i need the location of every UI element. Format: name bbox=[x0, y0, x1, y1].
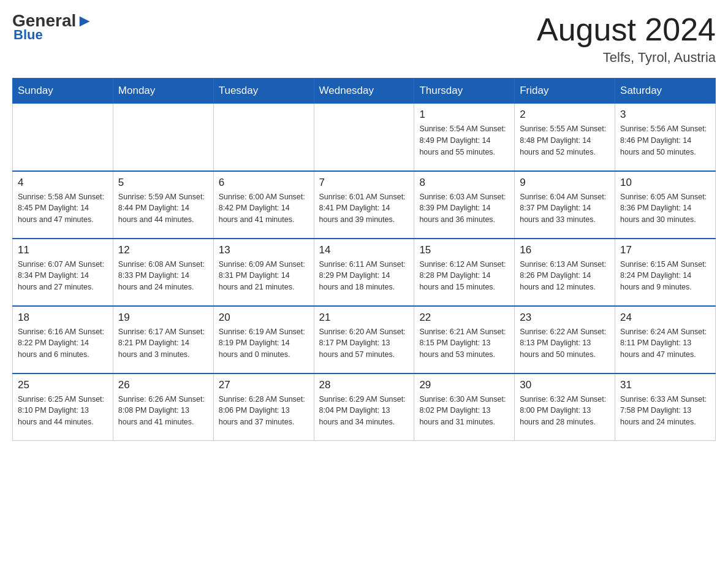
table-row: 8Sunrise: 6:03 AM Sunset: 8:39 PM Daylig… bbox=[414, 171, 515, 239]
day-number: 14 bbox=[319, 244, 409, 256]
table-row: 7Sunrise: 6:01 AM Sunset: 8:41 PM Daylig… bbox=[314, 171, 414, 239]
day-info: Sunrise: 6:20 AM Sunset: 8:17 PM Dayligh… bbox=[319, 326, 409, 361]
day-info: Sunrise: 6:17 AM Sunset: 8:21 PM Dayligh… bbox=[118, 326, 208, 361]
calendar-header-row: Sunday Monday Tuesday Wednesday Thursday… bbox=[13, 79, 716, 104]
calendar-week-row: 1Sunrise: 5:54 AM Sunset: 8:49 PM Daylig… bbox=[13, 104, 716, 171]
table-row: 5Sunrise: 5:59 AM Sunset: 8:44 PM Daylig… bbox=[113, 171, 213, 239]
page-header: General► Blue August 2024 Telfs, Tyrol, … bbox=[12, 12, 716, 66]
day-number: 16 bbox=[520, 244, 610, 256]
day-number: 3 bbox=[620, 109, 710, 121]
day-number: 1 bbox=[419, 109, 509, 121]
day-info: Sunrise: 6:26 AM Sunset: 8:08 PM Dayligh… bbox=[118, 394, 208, 428]
day-info: Sunrise: 6:03 AM Sunset: 8:39 PM Dayligh… bbox=[419, 191, 509, 226]
day-info: Sunrise: 6:33 AM Sunset: 7:58 PM Dayligh… bbox=[620, 394, 710, 428]
table-row: 14Sunrise: 6:11 AM Sunset: 8:29 PM Dayli… bbox=[314, 239, 414, 306]
table-row bbox=[314, 104, 414, 171]
day-info: Sunrise: 6:16 AM Sunset: 8:22 PM Dayligh… bbox=[18, 326, 108, 361]
day-number: 10 bbox=[620, 177, 710, 189]
table-row: 17Sunrise: 6:15 AM Sunset: 8:24 PM Dayli… bbox=[615, 239, 716, 306]
table-row: 1Sunrise: 5:54 AM Sunset: 8:49 PM Daylig… bbox=[414, 104, 515, 171]
day-info: Sunrise: 6:13 AM Sunset: 8:26 PM Dayligh… bbox=[520, 259, 610, 293]
table-row: 29Sunrise: 6:30 AM Sunset: 8:02 PM Dayli… bbox=[414, 373, 515, 441]
table-row: 24Sunrise: 6:24 AM Sunset: 8:11 PM Dayli… bbox=[615, 306, 716, 373]
calendar-week-row: 25Sunrise: 6:25 AM Sunset: 8:10 PM Dayli… bbox=[13, 373, 716, 441]
day-info: Sunrise: 6:12 AM Sunset: 8:28 PM Dayligh… bbox=[419, 259, 509, 293]
table-row: 25Sunrise: 6:25 AM Sunset: 8:10 PM Dayli… bbox=[13, 373, 113, 441]
table-row: 16Sunrise: 6:13 AM Sunset: 8:26 PM Dayli… bbox=[515, 239, 615, 306]
day-number: 13 bbox=[219, 244, 309, 256]
calendar-table: Sunday Monday Tuesday Wednesday Thursday… bbox=[12, 78, 716, 441]
day-info: Sunrise: 6:09 AM Sunset: 8:31 PM Dayligh… bbox=[219, 259, 309, 293]
day-info: Sunrise: 6:04 AM Sunset: 8:37 PM Dayligh… bbox=[520, 191, 610, 226]
day-number: 24 bbox=[620, 312, 710, 324]
day-info: Sunrise: 5:55 AM Sunset: 8:48 PM Dayligh… bbox=[520, 123, 610, 158]
day-info: Sunrise: 5:56 AM Sunset: 8:46 PM Dayligh… bbox=[620, 123, 710, 158]
table-row: 11Sunrise: 6:07 AM Sunset: 8:34 PM Dayli… bbox=[13, 239, 113, 306]
table-row bbox=[113, 104, 213, 171]
calendar-week-row: 11Sunrise: 6:07 AM Sunset: 8:34 PM Dayli… bbox=[13, 239, 716, 306]
col-tuesday: Tuesday bbox=[213, 79, 314, 104]
day-number: 4 bbox=[18, 177, 108, 189]
table-row: 10Sunrise: 6:05 AM Sunset: 8:36 PM Dayli… bbox=[615, 171, 716, 239]
day-info: Sunrise: 6:11 AM Sunset: 8:29 PM Dayligh… bbox=[319, 259, 409, 293]
day-info: Sunrise: 6:30 AM Sunset: 8:02 PM Dayligh… bbox=[419, 394, 509, 428]
day-number: 23 bbox=[520, 312, 610, 324]
col-friday: Friday bbox=[515, 79, 615, 104]
day-number: 27 bbox=[219, 379, 309, 391]
col-saturday: Saturday bbox=[615, 79, 716, 104]
day-number: 20 bbox=[219, 312, 309, 324]
day-number: 21 bbox=[319, 312, 409, 324]
day-number: 17 bbox=[620, 244, 710, 256]
day-info: Sunrise: 5:59 AM Sunset: 8:44 PM Dayligh… bbox=[118, 191, 208, 226]
day-number: 31 bbox=[620, 379, 710, 391]
table-row: 9Sunrise: 6:04 AM Sunset: 8:37 PM Daylig… bbox=[515, 171, 615, 239]
table-row: 31Sunrise: 6:33 AM Sunset: 7:58 PM Dayli… bbox=[615, 373, 716, 441]
logo: General► Blue bbox=[12, 12, 93, 43]
table-row bbox=[13, 104, 113, 171]
logo-blue-text: Blue bbox=[13, 27, 43, 43]
calendar-week-row: 18Sunrise: 6:16 AM Sunset: 8:22 PM Dayli… bbox=[13, 306, 716, 373]
day-info: Sunrise: 6:32 AM Sunset: 8:00 PM Dayligh… bbox=[520, 394, 610, 428]
calendar-week-row: 4Sunrise: 5:58 AM Sunset: 8:45 PM Daylig… bbox=[13, 171, 716, 239]
table-row: 19Sunrise: 6:17 AM Sunset: 8:21 PM Dayli… bbox=[113, 306, 213, 373]
table-row: 27Sunrise: 6:28 AM Sunset: 8:06 PM Dayli… bbox=[213, 373, 314, 441]
day-info: Sunrise: 5:58 AM Sunset: 8:45 PM Dayligh… bbox=[18, 191, 108, 226]
day-number: 26 bbox=[118, 379, 208, 391]
day-number: 12 bbox=[118, 244, 208, 256]
table-row: 13Sunrise: 6:09 AM Sunset: 8:31 PM Dayli… bbox=[213, 239, 314, 306]
table-row: 28Sunrise: 6:29 AM Sunset: 8:04 PM Dayli… bbox=[314, 373, 414, 441]
day-number: 7 bbox=[319, 177, 409, 189]
day-number: 29 bbox=[419, 379, 509, 391]
table-row: 23Sunrise: 6:22 AM Sunset: 8:13 PM Dayli… bbox=[515, 306, 615, 373]
day-number: 11 bbox=[18, 244, 108, 256]
day-info: Sunrise: 6:29 AM Sunset: 8:04 PM Dayligh… bbox=[319, 394, 409, 428]
col-monday: Monday bbox=[113, 79, 213, 104]
day-number: 18 bbox=[18, 312, 108, 324]
col-wednesday: Wednesday bbox=[314, 79, 414, 104]
day-number: 25 bbox=[18, 379, 108, 391]
table-row bbox=[213, 104, 314, 171]
month-title: August 2024 bbox=[537, 12, 716, 47]
day-info: Sunrise: 6:07 AM Sunset: 8:34 PM Dayligh… bbox=[18, 259, 108, 293]
day-number: 22 bbox=[419, 312, 509, 324]
day-number: 30 bbox=[520, 379, 610, 391]
table-row: 4Sunrise: 5:58 AM Sunset: 8:45 PM Daylig… bbox=[13, 171, 113, 239]
day-number: 9 bbox=[520, 177, 610, 189]
day-info: Sunrise: 6:08 AM Sunset: 8:33 PM Dayligh… bbox=[118, 259, 208, 293]
table-row: 26Sunrise: 6:26 AM Sunset: 8:08 PM Dayli… bbox=[113, 373, 213, 441]
table-row: 21Sunrise: 6:20 AM Sunset: 8:17 PM Dayli… bbox=[314, 306, 414, 373]
table-row: 3Sunrise: 5:56 AM Sunset: 8:46 PM Daylig… bbox=[615, 104, 716, 171]
logo-triangle-icon: ► bbox=[76, 11, 93, 30]
table-row: 6Sunrise: 6:00 AM Sunset: 8:42 PM Daylig… bbox=[213, 171, 314, 239]
day-info: Sunrise: 6:19 AM Sunset: 8:19 PM Dayligh… bbox=[219, 326, 309, 361]
col-sunday: Sunday bbox=[13, 79, 113, 104]
title-block: August 2024 Telfs, Tyrol, Austria bbox=[537, 12, 716, 66]
day-info: Sunrise: 6:21 AM Sunset: 8:15 PM Dayligh… bbox=[419, 326, 509, 361]
day-info: Sunrise: 5:54 AM Sunset: 8:49 PM Dayligh… bbox=[419, 123, 509, 158]
day-info: Sunrise: 6:15 AM Sunset: 8:24 PM Dayligh… bbox=[620, 259, 710, 293]
day-number: 28 bbox=[319, 379, 409, 391]
table-row: 18Sunrise: 6:16 AM Sunset: 8:22 PM Dayli… bbox=[13, 306, 113, 373]
day-info: Sunrise: 6:22 AM Sunset: 8:13 PM Dayligh… bbox=[520, 326, 610, 361]
day-info: Sunrise: 6:24 AM Sunset: 8:11 PM Dayligh… bbox=[620, 326, 710, 361]
day-info: Sunrise: 6:28 AM Sunset: 8:06 PM Dayligh… bbox=[219, 394, 309, 428]
